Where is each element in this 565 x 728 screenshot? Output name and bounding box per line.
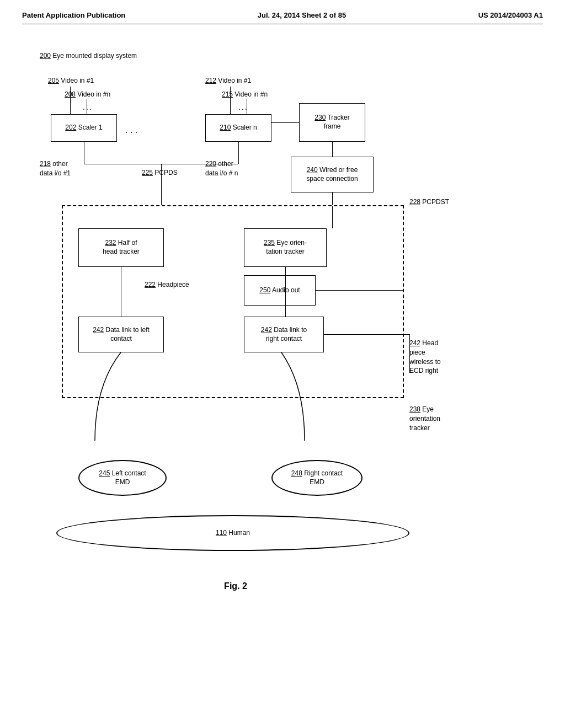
label-video-in-n-right: 215 Video in #n	[222, 90, 268, 99]
line-v-pcpds-down	[161, 164, 162, 205]
box-left-contact: 245 Left contactEMD	[78, 460, 167, 496]
line-v-scalern-down	[238, 142, 239, 164]
line-v-tracker-wired	[332, 142, 333, 157]
diagram-area: 200 Eye mounted display system 205 Video…	[34, 41, 531, 647]
box-scaler1: 202 Scaler 1	[51, 114, 117, 142]
line-v-212	[230, 87, 231, 114]
box-eye-orientation: 235 Eye orien-tation tracker	[244, 228, 327, 267]
label-headpiece: 222 Headpiece	[145, 281, 189, 290]
dots-left: ...	[83, 103, 93, 111]
box-tracker-frame: 230 Trackerframe	[299, 103, 365, 142]
label-video-in-n-left: 208 Video in #n	[65, 90, 110, 99]
line-v-208	[87, 99, 87, 114]
line-v-215	[247, 99, 247, 114]
dots-scalers: . . .	[125, 125, 137, 136]
label-pcpdst: 228 PCPDST	[409, 198, 449, 207]
line-v-halfhead-datalink	[121, 267, 121, 317]
system-label: 200 Eye mounted display system	[40, 52, 137, 61]
label-video-in-1-left: 205 Video in #1	[48, 77, 94, 85]
label-eye-orient-right: 238 Eyeorientationtracker	[409, 405, 440, 432]
line-v-wired-down	[332, 192, 333, 206]
line-v-right-label-down	[409, 334, 410, 373]
box-data-link-right: 242 Data link toright contact	[244, 317, 324, 352]
box-human: 110 Human	[56, 515, 409, 551]
curve-left-contact	[51, 352, 161, 441]
header-left: Patent Application Publication	[22, 11, 125, 19]
curve-right-contact	[227, 352, 338, 441]
label-head-wireless: 242 Headpiecewireless toECD right	[409, 339, 441, 376]
line-h-datalink-right	[324, 334, 409, 335]
label-other-data-1: 218 otherdata i/o #1	[40, 159, 71, 178]
label-video-in-1-right: 212 Video in #1	[205, 77, 251, 85]
line-v-into-pcpdst	[332, 206, 333, 228]
line-h-audio-right	[316, 290, 404, 291]
line-v-eyeorient-datalink	[285, 267, 286, 317]
header-right: US 2014/204003 A1	[478, 11, 543, 19]
box-audio-out: 250 Audio out	[244, 275, 316, 306]
header-center: Jul. 24, 2014 Sheet 2 of 85	[258, 11, 346, 19]
box-data-link-left: 242 Data link to leftcontact	[78, 317, 164, 352]
box-right-contact: 248 Right contactEMD	[271, 460, 363, 496]
box-wired-connection: 240 Wired or freespace connection	[291, 157, 374, 192]
fig-label: Fig. 2	[34, 581, 437, 591]
line-h-scalern-tracker	[271, 122, 299, 123]
page-header: Patent Application Publication Jul. 24, …	[22, 11, 543, 24]
label-pcpds: 225 PCPDS	[142, 169, 178, 178]
page: Patent Application Publication Jul. 24, …	[0, 0, 565, 728]
box-half-head-tracker: 232 Half ofhead tracker	[78, 228, 164, 267]
box-scalern: 210 Scaler n	[205, 114, 271, 142]
label-other-data-n: 220 otherdata i/o # n	[205, 159, 238, 178]
line-v-scaler1-down	[84, 142, 84, 164]
line-v-205	[70, 87, 71, 114]
